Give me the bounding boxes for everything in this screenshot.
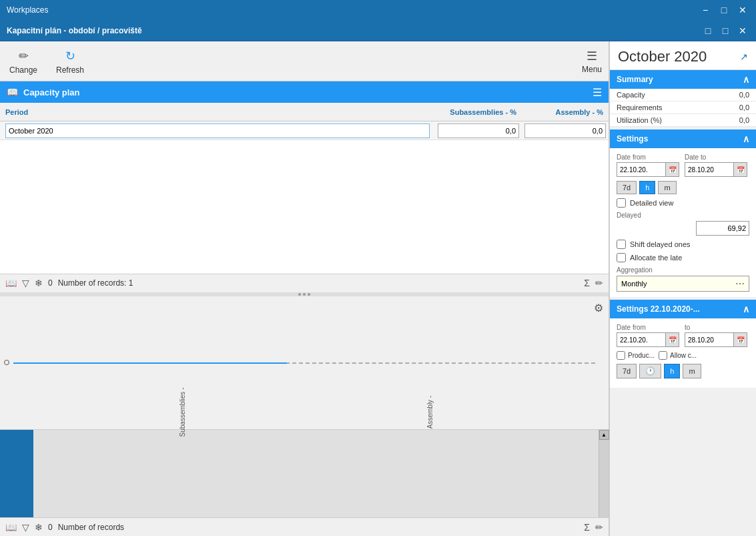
utilization-value: 0,0	[739, 116, 749, 124]
col-period: Period	[0, 108, 435, 116]
summary-row-requirements: Requirements 0,0	[610, 101, 756, 114]
summary-row-utilization: Utilization (%) 0,0	[610, 114, 756, 127]
external-link-icon[interactable]: ↗	[740, 51, 748, 62]
btn-m[interactable]: m	[658, 181, 676, 194]
filter-icon[interactable]: ▽	[22, 278, 29, 288]
book-status-icon[interactable]: 📖	[5, 278, 17, 288]
cp-menu-icon[interactable]: ☰	[593, 86, 602, 99]
ls-btn-h[interactable]: h	[664, 364, 680, 378]
lower-main	[33, 430, 599, 517]
app-close-button[interactable]: ✕	[736, 24, 749, 37]
ls-allow-checkbox[interactable]	[659, 351, 667, 360]
ls-date-from-group: Date from 📅	[617, 324, 679, 347]
ls-produc-label: Produc...	[628, 352, 655, 359]
app-title-bar: Kapacitní plán - období / pracoviště □ □…	[0, 20, 756, 41]
ls-date-from-input[interactable]	[617, 333, 665, 346]
app-name: Workplaces	[7, 5, 699, 15]
delayed-value-row	[617, 221, 749, 236]
edit-icon[interactable]: ✏	[595, 278, 603, 288]
btn-h[interactable]: h	[639, 181, 655, 194]
detailed-view-label: Detailed view	[630, 199, 673, 207]
date-to-calendar-btn[interactable]: 📅	[733, 163, 747, 176]
ls-date-from-label: Date from	[617, 324, 679, 331]
ls-btn-m[interactable]: m	[683, 364, 701, 378]
date-to-group: Date to 📅	[685, 154, 747, 177]
ls-date-from-cal-btn[interactable]: 📅	[665, 333, 679, 346]
shift-delayed-checkbox[interactable]	[617, 240, 626, 249]
date-from-input-wrapper: 📅	[617, 162, 679, 177]
title-bar: Workplaces − □ ✕	[0, 0, 756, 20]
book-status-icon-2[interactable]: 📖	[5, 522, 17, 533]
assembly-input[interactable]	[524, 123, 606, 138]
period-input[interactable]	[5, 123, 430, 138]
shift-delayed-row: Shift delayed ones	[617, 240, 749, 249]
delayed-input[interactable]	[696, 221, 749, 236]
app-restore-button[interactable]: □	[701, 24, 715, 37]
delayed-row: Delayed	[617, 212, 749, 236]
settings-collapse-icon[interactable]: ∧	[743, 133, 749, 144]
allocate-late-checkbox[interactable]	[617, 253, 626, 262]
snowflake-icon[interactable]: ❄	[35, 278, 43, 288]
aggregation-arrow-icon: ⋯	[735, 278, 745, 289]
subassemblies-input[interactable]	[438, 123, 519, 138]
col-assembly: Assembly - %	[522, 108, 609, 116]
close-button[interactable]: ✕	[736, 3, 749, 17]
app-title-controls: □ □ ✕	[701, 24, 749, 37]
utilization-label: Utilization (%)	[617, 116, 662, 124]
refresh-button[interactable]: ↻ Refresh	[53, 48, 87, 75]
sum-icon-2[interactable]: Σ	[584, 522, 590, 533]
settings-header: Settings ∧	[610, 129, 756, 148]
table-header: Period Subassemblies - % Assembly - %	[0, 103, 609, 121]
ls-produc-checkbox[interactable]	[617, 351, 625, 360]
date-from-input[interactable]	[617, 163, 665, 176]
chart-circle	[4, 360, 9, 365]
requirements-label: Requirements	[617, 103, 662, 111]
summary-header: Summary ∧	[610, 70, 756, 89]
filter-icon-2[interactable]: ▽	[22, 522, 29, 533]
allocate-late-row: Allocate the late	[617, 253, 749, 262]
book-icon: 📖	[7, 87, 18, 97]
chart-area: ⚙ Subassemblies - Assembly -	[0, 296, 609, 430]
snowflake-icon-2[interactable]: ❄	[35, 522, 43, 533]
td-assembly	[522, 123, 609, 138]
aggregation-select[interactable]: Monthly ⋯	[617, 276, 749, 292]
ls-btn-clock[interactable]: 🕐	[639, 364, 661, 378]
october-header: October 2020 ↗	[610, 41, 756, 70]
lower-settings-collapse-icon[interactable]: ∧	[743, 304, 749, 314]
refresh-icon: ↻	[62, 48, 78, 64]
date-to-input[interactable]	[685, 163, 733, 176]
app-max-button[interactable]: □	[719, 24, 732, 37]
sum-icon[interactable]: Σ	[584, 278, 590, 288]
detailed-view-checkbox[interactable]	[617, 198, 626, 208]
change-button[interactable]: ✏ Change	[7, 48, 40, 75]
date-from-calendar-btn[interactable]: 📅	[665, 163, 679, 176]
aggregation-value: Monthly	[621, 280, 647, 288]
menu-button[interactable]: ☰ Menu	[582, 49, 602, 74]
chart-gear-icon[interactable]: ⚙	[594, 302, 603, 314]
edit-icon-2[interactable]: ✏	[595, 522, 603, 533]
shift-delayed-label: Shift delayed ones	[630, 240, 691, 248]
btn-7d[interactable]: 7d	[617, 181, 637, 194]
summary-label: Summary	[617, 75, 653, 84]
settings-body: Date from 📅 Date to 📅 7d h	[610, 148, 756, 297]
status-bar-top: 📖 ▽ ❄ 0 Number of records: 1 Σ ✏	[0, 274, 609, 292]
td-subassemblies	[435, 123, 522, 138]
minimize-button[interactable]: −	[699, 3, 712, 17]
lower-settings-body: Date from 📅 to 📅	[610, 318, 756, 388]
capacity-value: 0,0	[739, 91, 749, 99]
ls-produc-item: Produc...	[617, 351, 655, 360]
hamburger-icon: ☰	[587, 49, 597, 63]
date-from-label: Date from	[617, 154, 679, 161]
summary-collapse-icon[interactable]: ∧	[743, 74, 749, 85]
ls-btn-7d[interactable]: 7d	[617, 364, 637, 378]
capacity-label: Capacity	[617, 91, 645, 99]
scroll-up-btn[interactable]: ▲	[599, 430, 609, 440]
record-count-2: Number of records	[58, 523, 124, 532]
maximize-button[interactable]: □	[717, 3, 731, 17]
ls-date-to-cal-btn[interactable]: 📅	[733, 333, 747, 346]
allocate-late-label: Allocate the late	[630, 254, 682, 262]
lower-stripe	[0, 430, 33, 517]
lower-scrollbar[interactable]: ▲	[599, 430, 609, 517]
ls-date-to-input[interactable]	[685, 333, 733, 346]
date-to-label: Date to	[685, 154, 747, 161]
